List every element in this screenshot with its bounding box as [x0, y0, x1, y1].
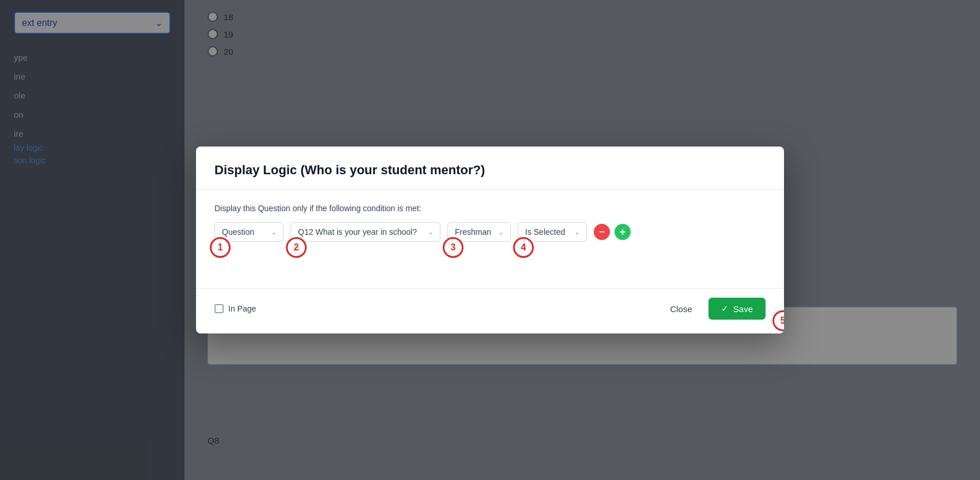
question-dropdown-wrapper: Question ⌄ 1 — [214, 222, 284, 242]
condition-row-wrapper: Question ⌄ 1 Q12 What is your year in sc… — [214, 222, 766, 274]
q12-dropdown-label: Q12 What is your year in school? — [298, 227, 417, 237]
chevron-down-icon: ⌄ — [575, 229, 579, 235]
modal-footer: In Page Close ✓ Save 5 — [196, 288, 784, 333]
save-button[interactable]: ✓ Save — [708, 298, 766, 320]
q12-dropdown-wrapper: Q12 What is your year in school? ⌄ 2 — [291, 222, 440, 242]
save-button-wrapper: ✓ Save 5 — [708, 298, 766, 320]
display-logic-modal: Display Logic (Who is your student mento… — [196, 147, 784, 333]
in-page-text: In Page — [228, 304, 256, 313]
chevron-down-icon: ⌄ — [272, 229, 276, 235]
is-selected-dropdown-wrapper: Is Selected ⌄ 4 — [518, 222, 587, 242]
annotation-badge-4: 4 — [513, 237, 534, 258]
freshman-dropdown-label: Freshman — [455, 227, 491, 237]
add-condition-button[interactable]: + — [615, 224, 631, 240]
annotation-badge-1: 1 — [210, 237, 231, 258]
footer-actions: Close ✓ Save 5 — [661, 298, 766, 320]
close-button[interactable]: Close — [661, 299, 701, 318]
remove-condition-button[interactable]: − — [594, 224, 610, 240]
is-selected-dropdown-label: Is Selected — [525, 227, 565, 237]
action-buttons: − + — [594, 224, 631, 240]
check-icon: ✓ — [721, 303, 729, 314]
chevron-down-icon: ⌄ — [428, 229, 433, 235]
condition-label: Display this Question only if the follow… — [214, 204, 766, 213]
minus-icon: − — [599, 227, 604, 237]
freshman-dropdown-wrapper: Freshman ⌄ 3 — [447, 222, 511, 242]
annotation-badge-3: 3 — [443, 237, 463, 258]
modal-title: Display Logic (Who is your student mento… — [214, 163, 766, 178]
chevron-down-icon: ⌄ — [499, 229, 503, 235]
q12-dropdown[interactable]: Q12 What is your year in school? ⌄ — [291, 222, 440, 242]
condition-row: Question ⌄ 1 Q12 What is your year in sc… — [214, 222, 631, 242]
in-page-label[interactable]: In Page — [214, 304, 256, 313]
annotation-badge-5: 5 — [772, 310, 784, 331]
plus-icon: + — [620, 227, 626, 237]
save-label: Save — [733, 304, 753, 314]
question-dropdown-label: Question — [222, 227, 254, 237]
modal-header: Display Logic (Who is your student mento… — [196, 147, 784, 190]
in-page-checkbox[interactable] — [214, 304, 224, 313]
modal-body: Display this Question only if the follow… — [196, 190, 784, 288]
annotation-badge-2: 2 — [286, 237, 307, 258]
